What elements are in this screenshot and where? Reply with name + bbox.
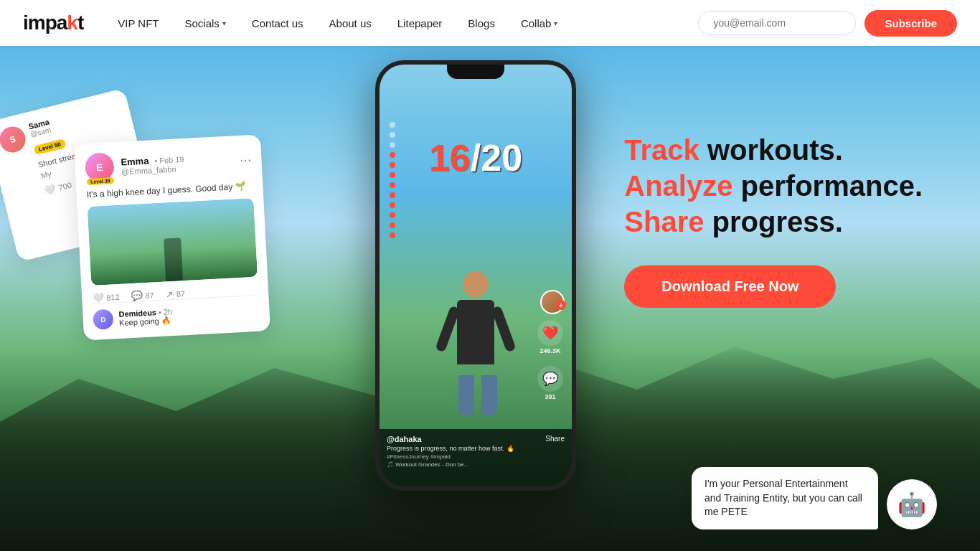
- phone-screen: 16/20: [380, 65, 572, 486]
- card-image: [88, 198, 258, 286]
- nav-vip-nft[interactable]: VIP NFT: [118, 17, 159, 29]
- dot-4: [390, 152, 395, 158]
- nav-about[interactable]: About us: [329, 17, 372, 29]
- social-card-main: E Level 3θ Emma • Feb 19 @Emma_fabbri ··…: [74, 134, 270, 340]
- robot-icon: 🤖: [897, 491, 926, 518]
- chevron-down-icon: ▾: [222, 19, 226, 27]
- heart-icon: 🤍: [92, 292, 104, 303]
- share-icon: ↗: [165, 288, 174, 300]
- like-action[interactable]: 🤍 812: [92, 291, 120, 303]
- dot-5: [390, 162, 395, 168]
- pete-container: I'm your Personal Entertainment and Trai…: [692, 467, 937, 529]
- headline-track: Track: [624, 134, 699, 166]
- nav-right: Subscribe: [698, 10, 957, 37]
- phone-notch: [447, 65, 504, 79]
- comment-action[interactable]: 💬 87: [131, 289, 154, 301]
- person-head: [463, 271, 489, 297]
- more-options-icon[interactable]: ···: [239, 151, 252, 169]
- comment-button[interactable]: 💬 391: [537, 366, 563, 400]
- phone-username: @dahaka: [387, 435, 514, 443]
- phone-hashtags: #FitnessJourney #impakt: [387, 453, 514, 460]
- phone-bottom-bar: @dahaka Progress is progress, no matter …: [380, 429, 572, 486]
- headline-share: Share: [624, 206, 704, 237]
- headline-performance: performance.: [732, 170, 923, 202]
- card-header: E Level 3θ Emma • Feb 19 @Emma_fabbri ··…: [85, 145, 253, 182]
- nav-contact[interactable]: Contact us: [252, 17, 303, 29]
- headline-analyze: Analyze: [624, 170, 732, 202]
- nav-collab[interactable]: Collab ▾: [521, 17, 558, 29]
- dot-7: [390, 182, 395, 188]
- heart-icon: ❤️: [537, 320, 563, 346]
- nav-socials[interactable]: Socials ▾: [185, 17, 226, 29]
- share-count: 87: [176, 289, 185, 298]
- headline-progress: progress.: [704, 206, 842, 237]
- phone-caption: Progress is progress, no matter how fast…: [387, 445, 514, 452]
- brand-logo[interactable]: impakt: [23, 11, 83, 34]
- dot-8: [390, 192, 395, 198]
- card-user-info: Emma • Feb 19 @Emma_fabbri: [121, 151, 233, 176]
- commenter-avatar: D: [93, 309, 113, 329]
- card-username: Emma: [121, 155, 149, 167]
- comment-count: 87: [145, 291, 154, 300]
- dot-12: [390, 232, 395, 238]
- dot-3: [390, 142, 395, 148]
- dot-2: [390, 132, 395, 138]
- like-count: 246.3K: [540, 347, 560, 354]
- headline-workouts: workouts.: [699, 134, 843, 166]
- hero-headline: Track workouts. Analyze performance. Sha…: [624, 132, 923, 240]
- phone-dots: [390, 122, 395, 238]
- avatar: E Level 3θ: [85, 152, 115, 182]
- download-button[interactable]: Download Free Now: [624, 265, 836, 308]
- comment-count: 391: [545, 393, 555, 400]
- card-date: • Feb 19: [154, 154, 184, 164]
- person-leg-left: [458, 375, 474, 415]
- phone-mockup: 16/20: [375, 60, 576, 491]
- dot-11: [390, 222, 395, 228]
- phone-counter: 16/20: [429, 136, 522, 179]
- share-button[interactable]: Share: [545, 435, 565, 468]
- person-arm-right: [491, 306, 516, 353]
- phone-actions: ❤️ 246.3K 💬 391: [537, 320, 563, 400]
- like-button[interactable]: ❤️ 246.3K: [537, 320, 563, 354]
- level-badge: Level 50: [34, 138, 66, 155]
- dot-6: [390, 172, 395, 178]
- like-count: 812: [106, 292, 120, 301]
- avatar: S: [0, 124, 28, 156]
- phone-person-figure: [433, 271, 519, 429]
- phone-add-badge[interactable]: +: [556, 300, 566, 310]
- hero-section: S Sama @sam Level 50 Short streak... My …: [0, 46, 980, 551]
- share-action[interactable]: ↗ 87: [165, 288, 185, 299]
- navbar: impakt VIP NFT Socials ▾ Contact us Abou…: [0, 0, 980, 46]
- chevron-down-icon: ▾: [554, 19, 557, 27]
- dot-10: [390, 212, 395, 218]
- pete-avatar[interactable]: 🤖: [887, 479, 937, 529]
- person-leg-right: [481, 375, 497, 415]
- dot-1: [390, 122, 395, 128]
- nav-blogs[interactable]: Blogs: [468, 17, 495, 29]
- nav-links: VIP NFT Socials ▾ Contact us About us Li…: [118, 17, 698, 29]
- level-badge: Level 3θ: [87, 177, 114, 185]
- like-count: 700: [57, 180, 72, 192]
- pete-chat-bubble: I'm your Personal Entertainment and Trai…: [692, 467, 878, 529]
- subscribe-button[interactable]: Subscribe: [864, 10, 957, 37]
- nav-litepaper[interactable]: Litepaper: [397, 17, 443, 29]
- dot-9: [390, 202, 395, 208]
- phone-music: 🎵 Workout Grandes - Don be...: [387, 461, 514, 468]
- email-input[interactable]: [698, 11, 856, 35]
- person-body: [457, 300, 494, 364]
- comment-icon: 💬: [131, 290, 143, 301]
- hero-text: Track workouts. Analyze performance. Sha…: [624, 132, 923, 308]
- comment-icon: 💬: [537, 366, 563, 392]
